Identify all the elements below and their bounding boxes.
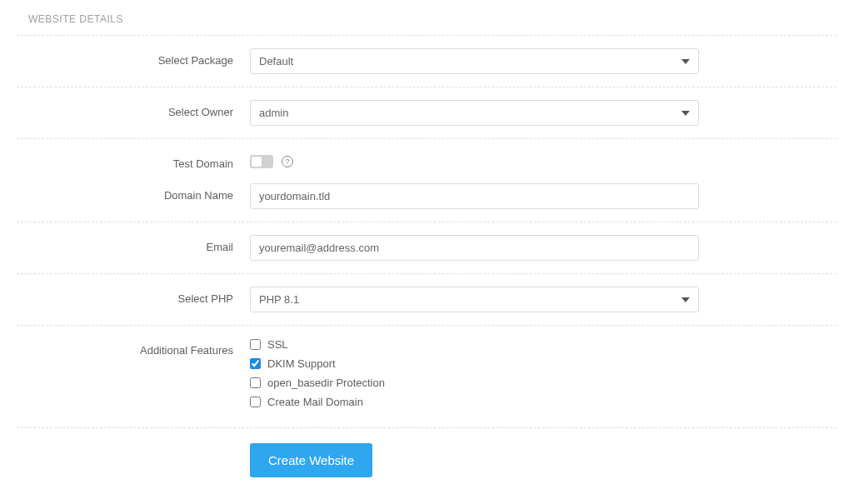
select-package[interactable]: Default [250, 48, 699, 74]
feature-dkim: DKIM Support [250, 357, 699, 370]
section-title: WEBSITE DETAILS [17, 10, 836, 35]
checkbox-ssl[interactable] [250, 339, 261, 350]
row-additional-features: Additional Features SSL DKIM Support ope… [17, 325, 836, 427]
input-domain-name[interactable] [250, 183, 699, 209]
row-select-owner: Select Owner admin [17, 87, 836, 138]
label-test-domain: Test Domain [17, 152, 250, 170]
control-select-package: Default [250, 48, 836, 74]
checkbox-open-basedir[interactable] [250, 377, 261, 388]
checkbox-mail-domain[interactable] [250, 397, 261, 407]
control-additional-features: SSL DKIM Support open_basedir Protection… [250, 338, 836, 415]
feature-ssl: SSL [250, 338, 699, 351]
row-email: Email [17, 222, 836, 273]
label-select-php: Select PHP [17, 287, 250, 305]
control-domain-name [250, 183, 836, 209]
label-select-owner: Select Owner [17, 100, 250, 118]
toggle-test-domain[interactable] [250, 155, 273, 168]
label-domain-name: Domain Name [17, 183, 250, 202]
row-select-php: Select PHP PHP 8.1 [17, 273, 836, 325]
row-test-domain: Test Domain ? [17, 138, 836, 175]
label-ssl: SSL [267, 338, 288, 351]
label-open-basedir: open_basedir Protection [267, 377, 385, 389]
select-php[interactable]: PHP 8.1 [250, 287, 699, 312]
feature-open-basedir: open_basedir Protection [250, 377, 699, 389]
select-owner[interactable]: admin [250, 100, 699, 126]
help-icon[interactable]: ? [282, 156, 293, 167]
row-select-package: Select Package Default [17, 35, 836, 87]
control-select-php: PHP 8.1 [250, 287, 836, 312]
control-test-domain: ? [250, 152, 836, 168]
label-email: Email [17, 235, 250, 253]
label-additional-features: Additional Features [17, 338, 250, 357]
row-submit: Create Website [17, 427, 836, 477]
control-select-owner: admin [250, 100, 836, 126]
feature-mail-domain: Create Mail Domain [250, 396, 699, 408]
label-select-package: Select Package [17, 48, 250, 67]
control-email [250, 235, 836, 261]
row-domain-name: Domain Name [17, 175, 836, 222]
checkbox-dkim[interactable] [250, 358, 261, 369]
input-email[interactable] [250, 235, 699, 261]
label-mail-domain: Create Mail Domain [267, 396, 363, 408]
create-website-button[interactable]: Create Website [250, 443, 372, 477]
label-dkim: DKIM Support [267, 357, 336, 370]
